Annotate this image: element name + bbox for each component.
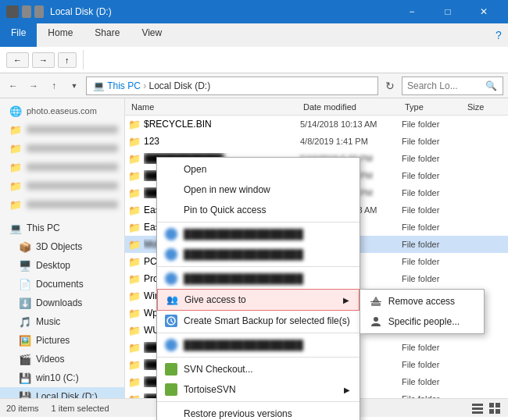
col-header-date[interactable]: Date modified [300, 102, 402, 112]
folder-icon: 📁 [128, 307, 141, 319]
ctx-svn-checkout[interactable]: SVN Checkout... [157, 359, 360, 379]
address-bar: ← → ↑ ▼ 💻 This PC › Local Disk (D:) ↻ 🔍 [0, 73, 508, 98]
ctx-give-access[interactable]: 👥 Give access to ▶ Remove acce [157, 289, 360, 311]
ribbon-up-btn[interactable]: ↑ [58, 52, 77, 68]
minimize-button[interactable]: − [394, 0, 430, 23]
forward-button[interactable]: → [25, 77, 42, 94]
submenu-remove-access[interactable]: Remove access [360, 291, 484, 311]
ctx-blurred2[interactable]: ██████████████████ [157, 244, 360, 265]
file-row-recycle[interactable]: 📁 $RECYCLE.BIN 5/14/2018 10:13 AM File f… [125, 116, 508, 133]
ribbon-tabs: File Home Share View ? [0, 23, 508, 47]
folder-icon-b4: 📁 [9, 180, 22, 192]
ctx-open-new-window[interactable]: Open in new window [157, 180, 360, 200]
localdiskd-icon: 💾 [19, 390, 31, 398]
ctx-blurred3[interactable]: ██████████████████ [157, 269, 360, 289]
tab-file[interactable]: File [0, 23, 37, 47]
recent-locations-button[interactable]: ▼ [66, 77, 83, 94]
ctx-blurred4[interactable]: ██████████████████ [157, 335, 360, 355]
remove-access-icon [370, 295, 382, 308]
back-button[interactable]: ← [5, 77, 22, 94]
sidebar-item-photo[interactable]: 🌐 photo.easeus.com [0, 101, 124, 120]
sidebar-item-3dobjects[interactable]: 📦 3D Objects [0, 237, 124, 256]
address-path[interactable]: 💻 This PC › Local Disk (D:) [86, 77, 378, 95]
col-header-type[interactable]: Type [402, 102, 464, 112]
search-box[interactable]: 🔍 [402, 77, 503, 95]
videos-icon: 🎬 [19, 353, 31, 365]
path-localdisk[interactable]: Local Disk (D:) [149, 80, 211, 91]
folder-icon: 📁 [128, 272, 141, 285]
sidebar-item-downloads[interactable]: ⬇️ Downloads [0, 294, 124, 312]
sidebar-item-b1[interactable]: 📁 [0, 120, 124, 139]
svg-rect-11 [489, 409, 494, 414]
folder-icon: 📁 [128, 255, 141, 268]
folder-icon: 📁 [128, 204, 141, 216]
refresh-button[interactable]: ↻ [381, 77, 399, 94]
folder-icon-b3: 📁 [9, 161, 22, 173]
ctx-restore-prev[interactable]: Restore previous versions [157, 404, 360, 420]
ctx-sep-2 [157, 266, 360, 267]
maximize-button[interactable]: □ [430, 0, 466, 23]
sidebar-item-desktop[interactable]: 🖥️ Desktop [0, 256, 124, 275]
file-list-header: Name Date modified Type Size [125, 98, 508, 116]
sidebar-item-win10c[interactable]: 💾 win10 (C:) [0, 368, 124, 387]
svg-rect-9 [489, 403, 494, 408]
tab-view[interactable]: View [131, 23, 173, 47]
ribbon-forward-btn[interactable]: → [32, 52, 55, 68]
help-button[interactable]: ? [489, 23, 508, 47]
submenu-specific-people[interactable]: Specific people... [360, 311, 484, 332]
search-input[interactable] [407, 80, 485, 91]
sidebar-item-documents[interactable]: 📄 Documents [0, 275, 124, 294]
folder-icon: 📁 [128, 221, 141, 233]
smart-backup-icon [165, 315, 177, 327]
tortoisesvn-icon [165, 383, 177, 396]
ctx-sep-4 [157, 357, 360, 358]
desktop-icon: 🖥️ [19, 259, 31, 272]
sidebar: 🌐 photo.easeus.com 📁 📁 📁 📁 📁 💻 This PC [0, 98, 125, 398]
close-button[interactable]: ✕ [466, 0, 502, 23]
svg-rect-8 [472, 411, 483, 414]
ctx-b1-icon [165, 228, 177, 240]
sidebar-item-videos[interactable]: 🎬 Videos [0, 350, 124, 368]
ctx-smart-backup[interactable]: Create Smart Backup for selected file(s) [157, 311, 360, 331]
folder-icon: 📁 [128, 118, 141, 130]
ctx-blurred1[interactable]: ██████████████████ [157, 224, 360, 244]
ribbon-back-btn[interactable]: ← [6, 52, 29, 68]
ctx-open[interactable]: Open [157, 159, 360, 180]
svg-rect-6 [472, 404, 483, 406]
sidebar-item-localdiskd[interactable]: 💾 Local Disk (D:) [0, 387, 124, 398]
sidebar-item-music[interactable]: 🎵 Music [0, 312, 124, 331]
folder-icon-b2: 📁 [9, 142, 22, 155]
tab-home[interactable]: Home [37, 23, 84, 47]
ctx-pin-quick[interactable]: Pin to Quick access [157, 200, 360, 220]
folder-icon-b1: 📁 [9, 123, 22, 136]
sidebar-item-b3[interactable]: 📁 [0, 158, 124, 176]
view-large-icons-button[interactable] [488, 401, 502, 415]
tab-share[interactable]: Share [84, 23, 131, 47]
sidebar-item-b2[interactable]: 📁 [0, 139, 124, 158]
pin-quick-icon [165, 204, 177, 216]
up-button[interactable]: ↑ [45, 77, 63, 94]
open-new-window-icon [165, 183, 177, 196]
ctx-b4-icon [165, 339, 177, 351]
sidebar-item-pictures[interactable]: 🖼️ Pictures [0, 331, 124, 350]
svg-rect-2 [370, 301, 381, 302]
folder-icon: 📁 [128, 324, 141, 336]
ctx-b3-icon [165, 272, 177, 285]
ctx-tortoisesvn[interactable]: TortoiseSVN ▶ [157, 379, 360, 400]
path-thispc[interactable]: This PC [107, 80, 141, 91]
ctx-b2-icon [165, 248, 177, 261]
folder-icon: 📁 [128, 341, 141, 354]
file-row-123[interactable]: 📁 123 4/8/2019 1:41 PM File folder [125, 133, 508, 150]
sidebar-item-thispc[interactable]: 💻 This PC [0, 219, 124, 237]
view-details-button[interactable] [470, 401, 485, 415]
sidebar-item-b4[interactable]: 📁 [0, 176, 124, 195]
sidebar-item-b5[interactable]: 📁 [0, 195, 124, 214]
svg-point-4 [374, 317, 378, 322]
svg-rect-3 [374, 298, 377, 301]
give-access-icon: 👥 [166, 294, 178, 306]
ribbon-content: ← → ↑ [0, 47, 508, 73]
search-icon: 🔍 [485, 80, 497, 91]
col-header-name[interactable]: Name [128, 102, 300, 112]
col-header-size[interactable]: Size [464, 102, 508, 112]
status-view-controls [470, 401, 502, 415]
